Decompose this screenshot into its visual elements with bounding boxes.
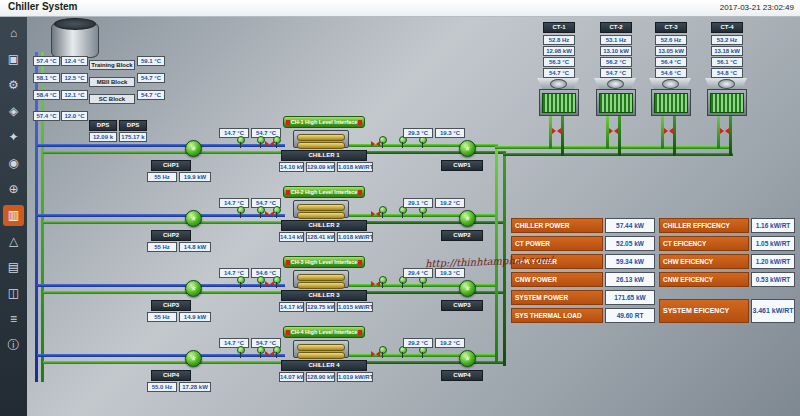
chiller-interface-button[interactable]: CH-4 High Level Interface (283, 326, 365, 338)
sensor-icon (273, 346, 281, 354)
cw-temp-value: 19.3 °C (435, 128, 465, 138)
shield-icon[interactable]: ◈ (3, 101, 24, 122)
kpi-value: 1.16 kW/RT (751, 218, 795, 233)
chw-temp-value: 14.7 °C (219, 338, 249, 348)
valve-icon (265, 211, 274, 218)
valve-icon (265, 141, 274, 148)
chiller-unit (293, 340, 349, 358)
chiller-power-value: 14.14 kW (279, 232, 304, 242)
page-title: Chiller System (8, 1, 77, 12)
kpi-label: CT EFICENCY (659, 236, 749, 251)
kpi-value: 49.60 RT (605, 308, 655, 323)
chiller-power-value: 14.07 kW (279, 372, 304, 382)
cooling-tower[interactable] (537, 78, 579, 114)
cooling-tower-value: 56.4 °C (655, 57, 687, 67)
cwp-label: CWP1 (441, 160, 483, 171)
chp-freq-value: 55 Hz (147, 312, 177, 322)
chp-pump-icon[interactable] (185, 280, 202, 297)
datetime-display: 2017-03-21 23:02:49 (720, 3, 794, 12)
cwp-label: CWP3 (441, 300, 483, 311)
cw-temp-value: 19.3 °C (435, 268, 465, 278)
building-side-temp: 54.7 °C (137, 73, 165, 83)
cw-temp-value: 29.1 °C (403, 198, 433, 208)
cooling-tower[interactable] (705, 78, 747, 114)
chiller-unit (293, 130, 349, 148)
valve-icon (720, 128, 729, 135)
eye-icon[interactable]: ◉ (3, 153, 24, 174)
compressor-icon (297, 274, 345, 281)
chp-power-value: 17.28 kW (179, 382, 211, 392)
cw-temp-value: 29.4 °C (403, 268, 433, 278)
tower-grille (710, 93, 744, 113)
database-icon[interactable]: ≡ (3, 309, 24, 330)
monitor-icon[interactable]: ▣ (3, 49, 24, 70)
chart-icon[interactable]: ▥ (3, 205, 24, 226)
chp-pump-icon[interactable] (185, 350, 202, 367)
home-icon[interactable]: ⌂ (3, 23, 24, 44)
cwp-pump-icon[interactable] (459, 140, 476, 157)
cw-temp-value: 29.3 °C (403, 128, 433, 138)
chp-pump-icon[interactable] (185, 210, 202, 227)
kpi-label: CHILLER POWER (511, 218, 603, 233)
cw-temp-value: 19.2 °C (435, 338, 465, 348)
chp-label: CHP3 (151, 300, 191, 311)
pipe-tower-riser (729, 114, 732, 156)
pipe-cw-return (349, 361, 506, 364)
gears-icon[interactable]: ⚙ (3, 75, 24, 96)
chiller-unit (293, 270, 349, 288)
pipe-chw-return (43, 221, 285, 224)
settings-icon[interactable]: ✦ (3, 127, 24, 148)
alarm-icon[interactable]: △ (3, 231, 24, 252)
cooling-tower-value: 54.6 °C (655, 68, 687, 78)
pipe-cw-header (495, 146, 731, 149)
building-supply-temp: 58.1 °C (33, 73, 60, 83)
pipe-chw-return (43, 361, 285, 364)
chp-freq-value: 55.0 Hz (147, 382, 177, 392)
cooling-tower[interactable] (594, 78, 636, 114)
dps-value: 175.17 k (119, 132, 147, 142)
cooling-tower-value: 12.98 kW (543, 46, 575, 56)
sensor-icon (379, 136, 387, 144)
cwp-pump-icon[interactable] (459, 210, 476, 227)
valve-icon (265, 351, 274, 358)
cwp-pump-icon[interactable] (459, 350, 476, 367)
chp-freq-value: 55 Hz (147, 172, 177, 182)
info-icon[interactable]: ⓘ (3, 335, 24, 356)
building-block-label: SC Block (89, 94, 135, 104)
building-side-temp: 54.7 °C (137, 90, 165, 100)
pipe-cw-trunk (495, 146, 498, 362)
compressor-icon (297, 344, 345, 351)
cw-temp-value: 19.2 °C (435, 198, 465, 208)
cooling-tower-value: 54.8 °C (711, 68, 743, 78)
copy-icon[interactable]: ◫ (3, 283, 24, 304)
chiller-label: CHILLER 1 (281, 150, 367, 161)
pipe-cw-return (349, 221, 506, 224)
chp-power-value: 19.9 kW (179, 172, 211, 182)
sensor-icon (237, 346, 245, 354)
sensor-icon (379, 276, 387, 284)
cooling-tower-value: 52.8 Hz (543, 35, 575, 45)
building-block-label: MBII Block (89, 77, 135, 87)
cwp-label: CWP4 (441, 370, 483, 381)
cw-temp-value: 29.2 °C (403, 338, 433, 348)
chp-pump-icon[interactable] (185, 140, 202, 157)
pipe-chw-supply (37, 354, 285, 357)
chiller-interface-button[interactable]: CH-2 High Level Interface (283, 186, 365, 198)
chiller-eff-value: 1.015 kW/RT (337, 302, 373, 312)
cooling-tower-value: 13.18 kW (711, 46, 743, 56)
chiller-interface-button[interactable]: CH-3 High Level Interface (283, 256, 365, 268)
valve-icon (265, 281, 274, 288)
network-icon[interactable]: ⊕ (3, 179, 24, 200)
chp-power-value: 14.9 kW (179, 312, 211, 322)
cooling-tower[interactable] (649, 78, 691, 114)
valve-icon (371, 141, 380, 148)
dps-label: DPS (89, 120, 117, 131)
cooling-tower-value: 13.10 kW (600, 46, 632, 56)
report-icon[interactable]: ▤ (3, 257, 24, 278)
chiller-interface-button[interactable]: CH-1 High Level Interface (283, 116, 365, 128)
cwp-pump-icon[interactable] (459, 280, 476, 297)
chiller-unit (293, 200, 349, 218)
compressor-icon (297, 352, 345, 359)
pipe-chw-return (43, 151, 285, 154)
pipe-chw-return-main (41, 52, 44, 382)
